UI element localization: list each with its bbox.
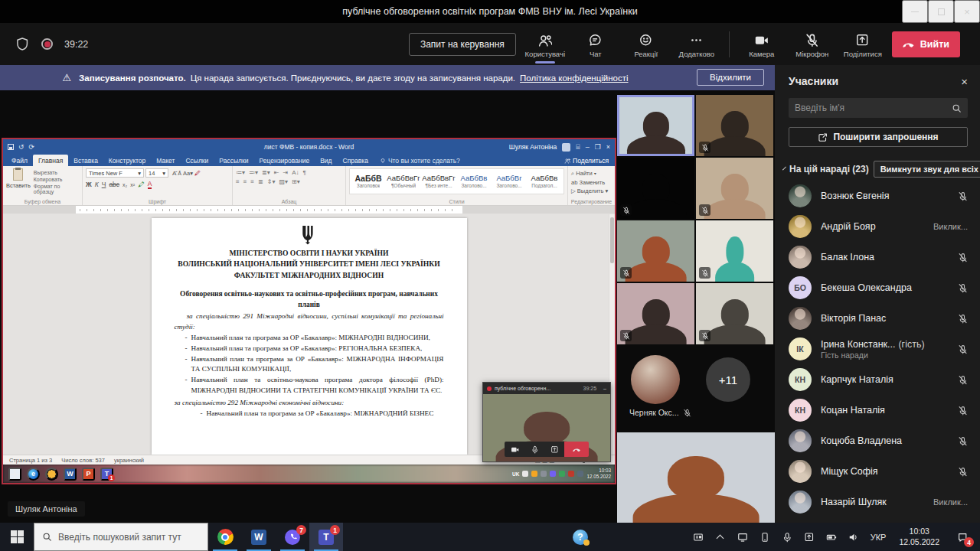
copy-button[interactable]: Копировать xyxy=(34,177,79,182)
tab-file[interactable]: Файл xyxy=(6,155,33,166)
help-tray-icon[interactable]: ? xyxy=(565,523,596,551)
microphone-button[interactable]: Мікрофон xyxy=(791,30,834,58)
news-widget-icon[interactable] xyxy=(690,523,707,551)
tab-design[interactable]: Конструктор xyxy=(103,155,151,166)
tray-icon[interactable] xyxy=(550,471,556,477)
word-taskbar-icon[interactable]: W xyxy=(242,523,276,551)
tab-layout[interactable]: Макет xyxy=(151,155,180,166)
action-center-button[interactable]: 4 xyxy=(949,523,975,551)
word-count[interactable]: Число слов: 537 xyxy=(61,457,105,464)
borders-button[interactable]: ⊞▾ xyxy=(292,178,300,185)
strikethrough-button[interactable]: abc xyxy=(109,181,119,188)
subscript-button[interactable]: x₂ xyxy=(122,182,127,187)
align-left-button[interactable]: ≡ xyxy=(236,178,240,185)
share-invite-button[interactable]: Поширити запрошення xyxy=(789,127,968,147)
privacy-policy-link[interactable]: Політика конфіденційності xyxy=(520,73,629,83)
taskbar-search-input[interactable] xyxy=(58,532,200,543)
shared-powerpoint-icon[interactable]: P xyxy=(82,468,95,481)
word-close-icon[interactable]: × xyxy=(606,144,610,151)
video-tile[interactable] xyxy=(617,220,694,282)
highlight-button[interactable]: 🖍 xyxy=(138,181,145,188)
chevron-down-icon[interactable] xyxy=(782,166,786,170)
tell-me-search[interactable]: Что вы хотите сделать? xyxy=(380,157,460,165)
participant-row[interactable]: Вікторія Панас xyxy=(775,303,980,334)
style-heading2[interactable]: АаБбВг Заголово... xyxy=(492,170,526,193)
start-button[interactable] xyxy=(0,523,34,551)
shrink-font-button[interactable]: А̌ xyxy=(178,171,181,176)
chrome-taskbar-icon[interactable] xyxy=(208,523,242,551)
shading-button[interactable]: ▨▾ xyxy=(279,178,288,185)
pilcrow-button[interactable]: ¶ xyxy=(303,169,306,176)
tray-icon[interactable] xyxy=(568,471,574,477)
shared-tray-app-icon[interactable] xyxy=(45,468,58,481)
style-subtitle[interactable]: АаБбВв Подзагол... xyxy=(528,170,561,193)
video-tile-large[interactable] xyxy=(617,432,775,523)
more-actions-button[interactable]: Додатково xyxy=(675,30,718,58)
minimize-button[interactable] xyxy=(902,0,928,23)
request-control-button[interactable]: Запит на керування xyxy=(409,33,516,56)
proofing-language[interactable]: украинский xyxy=(114,457,144,464)
shared-clock[interactable]: 10:03 12.05.2022 xyxy=(586,468,611,480)
shared-edge-icon[interactable]: e xyxy=(27,468,40,481)
shared-language-indicator[interactable]: UK xyxy=(512,471,519,477)
tab-home[interactable]: Главная xyxy=(33,155,68,166)
reactions-button[interactable]: Реакції xyxy=(625,30,668,58)
shared-word-icon[interactable]: W xyxy=(64,468,77,481)
teams-taskbar-icon[interactable]: T 1 xyxy=(309,523,343,551)
word-ruler[interactable] xyxy=(3,206,615,214)
volume-icon[interactable] xyxy=(845,523,862,551)
mute-all-button[interactable]: Вимкнути звук для всіх xyxy=(874,161,980,178)
line-spacing-button[interactable]: ⇕▾ xyxy=(267,178,276,185)
participant-row[interactable]: КН Карпчук Наталія xyxy=(775,364,980,395)
tab-view[interactable]: Вид xyxy=(315,155,337,166)
video-tile[interactable] xyxy=(696,283,773,344)
justify-button[interactable]: ≣ xyxy=(258,178,263,185)
close-button[interactable]: × xyxy=(954,0,980,23)
word-minimize-icon[interactable]: – xyxy=(586,144,590,151)
show-hidden-icons-button[interactable] xyxy=(712,523,729,551)
participant-row[interactable]: Назарій Шуляк Виклик... xyxy=(775,487,980,517)
video-tile[interactable] xyxy=(696,95,773,156)
pip-share-button[interactable] xyxy=(544,442,564,457)
participant-row[interactable]: КН Коцан Наталія xyxy=(775,395,980,425)
participants-button[interactable]: Користувачі xyxy=(524,30,567,58)
network-display-icon[interactable] xyxy=(734,523,751,551)
clear-format-button[interactable]: 🖉 xyxy=(194,170,201,177)
shared-teams-icon[interactable]: T1 xyxy=(100,468,113,481)
tray-icon[interactable] xyxy=(577,471,583,477)
sort-button[interactable]: А↓ xyxy=(292,169,299,176)
participant-row[interactable]: БО Бекеша Олександра xyxy=(775,272,980,303)
participant-row[interactable]: Коцюба Владлена xyxy=(775,425,980,456)
participant-row[interactable]: Балак Ілона xyxy=(775,242,980,272)
font-color-button[interactable]: А xyxy=(148,181,152,189)
style-no-spacing[interactable]: АаБбВвГг ¶Без инте... xyxy=(422,170,456,193)
tray-icon[interactable] xyxy=(559,471,565,477)
microphone-tray-icon[interactable] xyxy=(779,523,795,551)
font-size-select[interactable]: 14▾ xyxy=(145,168,168,178)
your-phone-icon[interactable] xyxy=(756,523,773,551)
format-painter-button[interactable]: Формат по образцу xyxy=(34,184,79,194)
leave-meeting-button[interactable]: Вийти xyxy=(892,31,960,57)
tab-mailings[interactable]: Рассылки xyxy=(214,155,253,166)
shared-start-button[interactable] xyxy=(8,468,21,481)
pip-mic-button[interactable] xyxy=(524,442,544,457)
pip-minimize-icon[interactable]: – xyxy=(603,386,606,391)
tab-references[interactable]: Ссылки xyxy=(180,155,214,166)
video-tile[interactable] xyxy=(696,220,773,282)
decrease-indent-button[interactable]: ⇤ xyxy=(274,169,279,176)
font-name-select[interactable]: Times New F▾ xyxy=(86,168,144,178)
participant-row[interactable]: Міщук Софія xyxy=(775,456,980,487)
tab-review[interactable]: Рецензирование xyxy=(253,155,315,166)
maximize-button[interactable] xyxy=(928,0,954,23)
language-indicator[interactable]: УКР xyxy=(867,523,890,551)
superscript-button[interactable]: x² xyxy=(130,182,135,187)
battery-icon[interactable] xyxy=(823,523,840,551)
tray-icon[interactable] xyxy=(541,471,547,477)
share-button[interactable]: Поділитися xyxy=(841,30,884,58)
grow-font-button[interactable]: А̂ xyxy=(172,170,176,177)
pip-hangup-button[interactable] xyxy=(564,442,589,457)
style-heading[interactable]: АаБбВ Заголовок xyxy=(351,170,385,193)
word-share-button[interactable]: Поделиться xyxy=(564,157,609,165)
chat-button[interactable]: Чат xyxy=(574,30,617,58)
camera-button[interactable]: Камера xyxy=(740,30,783,58)
